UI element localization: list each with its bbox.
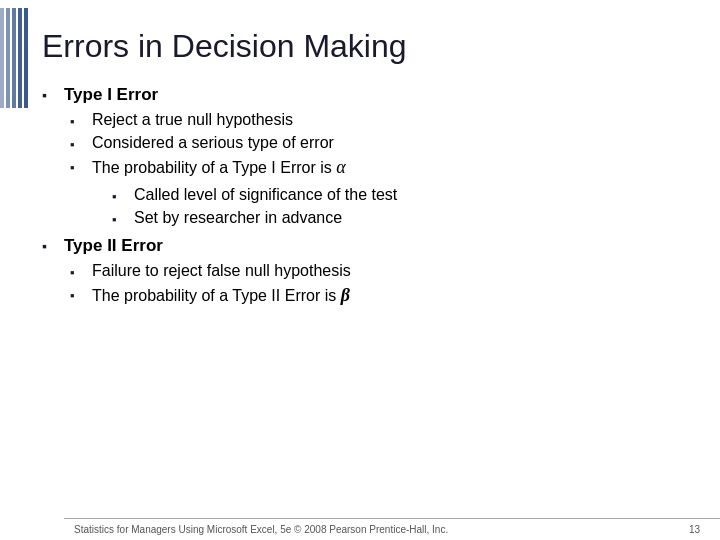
main-content: ▪ Type I Error ▪ Reject a true null hypo… bbox=[32, 85, 720, 518]
bullet-marker-l2-2: ▪ bbox=[70, 137, 88, 153]
type1-sub3b-text: Set by researcher in advance bbox=[134, 209, 342, 227]
type1-sub1-text: Reject a true null hypothesis bbox=[92, 111, 293, 129]
type1-sub2-text: Considered a serious type of error bbox=[92, 134, 334, 152]
bullet-marker-l2-1: ▪ bbox=[70, 114, 88, 130]
bar-3 bbox=[12, 8, 16, 108]
footer-page-number: 13 bbox=[689, 524, 700, 535]
type1-sub2: ▪ Considered a serious type of error bbox=[70, 134, 700, 153]
type1-sub3a: ▪ Called level of significance of the te… bbox=[112, 186, 700, 205]
footer-left-text: Statistics for Managers Using Microsoft … bbox=[74, 524, 448, 535]
type2-sub1: ▪ Failure to reject false null hypothesi… bbox=[70, 262, 700, 281]
type2-sub2-text: The probability of a Type II Error is β bbox=[92, 285, 350, 306]
bullet-marker-l1-2: ▪ bbox=[42, 239, 60, 255]
content-area: Errors in Decision Making ▪ Type I Error… bbox=[32, 0, 720, 540]
beta-symbol: β bbox=[341, 285, 350, 305]
bullet-marker-l3-1: ▪ bbox=[112, 189, 130, 205]
bar-5 bbox=[24, 8, 28, 108]
slide: Errors in Decision Making ▪ Type I Error… bbox=[0, 0, 720, 540]
bullet-marker-l2-4: ▪ bbox=[70, 265, 88, 281]
bar-1 bbox=[0, 8, 4, 108]
type2-label: Type II Error bbox=[64, 236, 163, 256]
type1-sub3a-text: Called level of significance of the test bbox=[134, 186, 397, 204]
type1-label: Type I Error bbox=[64, 85, 158, 105]
type1-sub3: ▪ The probability of a Type I Error is α bbox=[70, 157, 700, 178]
footer: Statistics for Managers Using Microsoft … bbox=[64, 518, 720, 540]
left-decoration bbox=[0, 0, 28, 540]
bullet-marker-l2-5: ▪ bbox=[70, 288, 88, 304]
type1-sub1: ▪ Reject a true null hypothesis bbox=[70, 111, 700, 130]
alpha-symbol: α bbox=[336, 157, 345, 177]
bullet-marker-l2-3: ▪ bbox=[70, 160, 88, 176]
bar-2 bbox=[6, 8, 10, 108]
type2-sub2: ▪ The probability of a Type II Error is … bbox=[70, 285, 700, 306]
type1-sub3-text: The probability of a Type I Error is α bbox=[92, 157, 346, 178]
type2-sub1-text: Failure to reject false null hypothesis bbox=[92, 262, 351, 280]
bullet-marker-l3-2: ▪ bbox=[112, 212, 130, 228]
type1-heading: ▪ Type I Error bbox=[42, 85, 700, 105]
slide-title: Errors in Decision Making bbox=[32, 0, 720, 85]
bar-group bbox=[0, 8, 28, 108]
type1-sub3b: ▪ Set by researcher in advance bbox=[112, 209, 700, 228]
bullet-marker-l1-1: ▪ bbox=[42, 88, 60, 104]
type2-heading: ▪ Type II Error bbox=[42, 236, 700, 256]
bar-4 bbox=[18, 8, 22, 108]
